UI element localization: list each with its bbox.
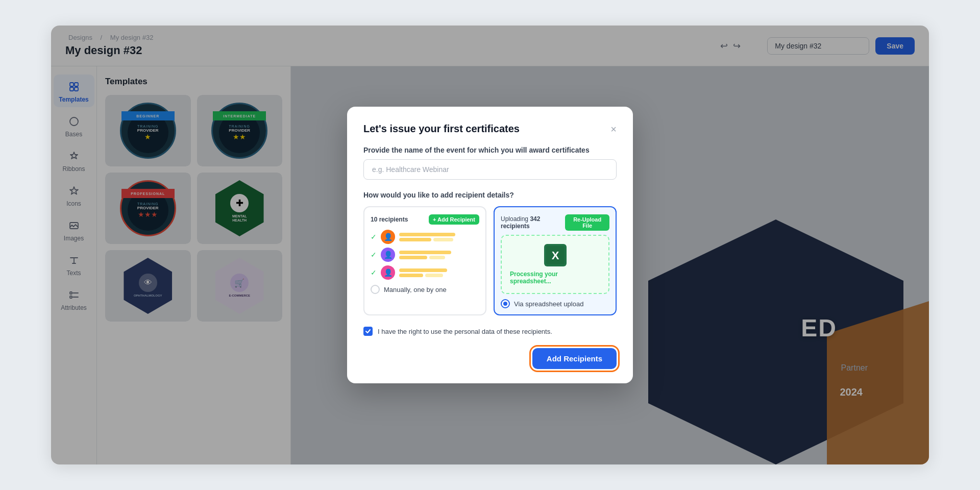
modal-close-button[interactable]: × bbox=[610, 124, 617, 134]
add-recipients-button[interactable]: Add Recipients bbox=[532, 348, 617, 369]
checkbox-row: I have the right to use the personal dat… bbox=[363, 327, 617, 336]
manual-label: Manually, one by one bbox=[384, 286, 447, 293]
recipient-row-2: ✓ 👤 bbox=[371, 248, 479, 262]
radio-spreadsheet[interactable] bbox=[501, 299, 510, 308]
how-label: How would you like to add recipient deta… bbox=[363, 191, 617, 199]
manual-recipients-count: 10 recipients bbox=[371, 216, 408, 223]
add-recipient-button[interactable]: + Add Recipient bbox=[429, 214, 479, 225]
modal-footer: Add Recipients bbox=[363, 348, 617, 369]
spreadsheet-label: Via spreadsheet upload bbox=[514, 300, 583, 308]
check-icon-1: ✓ bbox=[371, 233, 377, 241]
modal-title: Let's issue your first certificates bbox=[363, 123, 520, 135]
modal-header: Let's issue your first certificates × bbox=[363, 123, 617, 135]
data-rights-checkbox[interactable] bbox=[363, 327, 373, 336]
event-name-input[interactable] bbox=[363, 159, 617, 180]
app-container: Designs / My design #32 My design #32 ↩ … bbox=[51, 26, 929, 464]
radio-manual[interactable] bbox=[371, 285, 380, 294]
modal: Let's issue your first certificates × Pr… bbox=[347, 107, 633, 383]
re-upload-button[interactable]: Re-Upload File bbox=[565, 214, 609, 231]
excel-icon: X bbox=[544, 244, 567, 266]
processing-text: Processing your spreadsheet... bbox=[510, 271, 600, 285]
svg-text:X: X bbox=[551, 249, 559, 262]
uploading-text: Uploading 342 recipients bbox=[501, 215, 565, 230]
option-manual[interactable]: 10 recipients + Add Recipient ✓ 👤 ✓ 👤 bbox=[363, 206, 486, 315]
checkbox-label: I have the right to use the personal dat… bbox=[378, 328, 552, 335]
event-label: Provide the name of the event for which … bbox=[363, 146, 617, 154]
spreadsheet-area: X Processing your spreadsheet... bbox=[501, 235, 609, 294]
recipient-row-1: ✓ 👤 bbox=[371, 230, 479, 244]
options-row: 10 recipients + Add Recipient ✓ 👤 ✓ 👤 bbox=[363, 206, 617, 315]
recipient-row-3: ✓ 👤 bbox=[371, 265, 479, 280]
option-spreadsheet[interactable]: Uploading 342 recipients Re-Upload File … bbox=[494, 206, 617, 315]
check-icon-2: ✓ bbox=[371, 251, 377, 259]
check-icon-3: ✓ bbox=[371, 268, 377, 277]
